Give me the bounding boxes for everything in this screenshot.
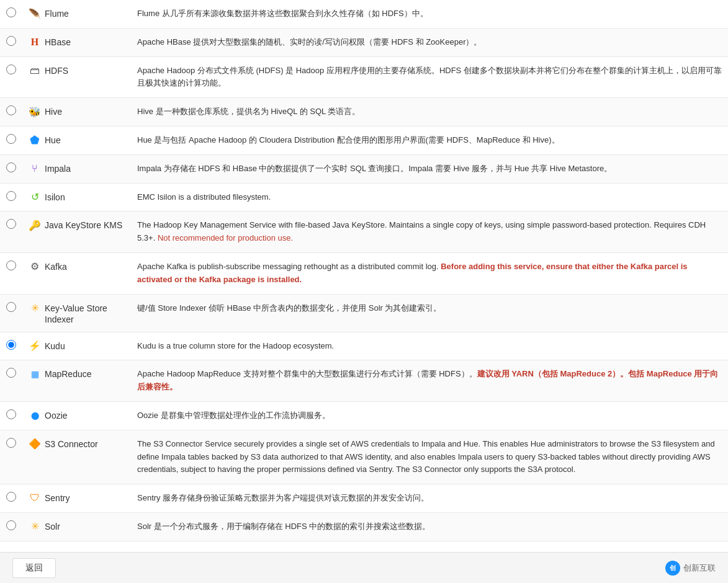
service-label-mapreduce: MapReduce bbox=[45, 369, 92, 379]
service-icon-mapreduce: ▦ bbox=[29, 368, 41, 380]
service-name-s3-connector: 🔶S3 Connector bbox=[29, 438, 125, 450]
service-icon-impala: ⑂ bbox=[29, 162, 41, 175]
table-row: 🛡SentrySentry 服务存储身份验证策略元数据并为客户端提供对该元数据的… bbox=[0, 484, 728, 513]
page-container: 🪶FlumeFlume 从几乎所有来源收集数据并将这些数据聚合到永久性存储（如 … bbox=[0, 0, 728, 583]
service-label-isilon: Isilon bbox=[45, 192, 65, 202]
service-label-flume: Flume bbox=[45, 9, 69, 19]
service-name-solr: ✳Solr bbox=[29, 520, 125, 533]
service-icon-hive: 🐝 bbox=[29, 105, 41, 118]
service-desc-hbase: Apache HBase 提供对大型数据集的随机、实时的读/写访问权限（需要 H… bbox=[137, 36, 722, 49]
service-label-impala: Impala bbox=[45, 164, 71, 174]
table-row: 🔶S3 ConnectorThe S3 Connector Service se… bbox=[0, 430, 728, 484]
service-radio-key-value-store-indexer[interactable] bbox=[6, 302, 16, 312]
service-radio-kudu[interactable] bbox=[6, 340, 16, 350]
service-icon-java-keystore-kms: 🔑 bbox=[29, 219, 41, 231]
table-row: 🗃HDFSApache Hadoop 分布式文件系统 (HDFS) 是 Hado… bbox=[0, 56, 728, 98]
table-row: HHBaseApache HBase 提供对大型数据集的随机、实时的读/写访问权… bbox=[0, 28, 728, 56]
service-icon-isilon: ↺ bbox=[29, 191, 41, 203]
service-desc-kafka: Apache Kafka is publish-subscribe messag… bbox=[137, 260, 722, 287]
table-row: 🐝HiveHive 是一种数据仓库系统，提供名为 HiveQL 的 SQL 类语… bbox=[0, 98, 728, 127]
service-name-key-value-store-indexer: ✳Key-Value Store bbox=[29, 302, 125, 314]
brand-name: 创新互联 bbox=[683, 563, 716, 574]
service-label-oozie: Oozie bbox=[45, 411, 68, 421]
service-name-isilon: ↺Isilon bbox=[29, 191, 125, 203]
service-name-hbase: HHBase bbox=[29, 36, 125, 48]
service-label-hue: Hue bbox=[45, 135, 61, 145]
service-icon-sentry: 🛡 bbox=[29, 492, 41, 504]
main-content: 🪶FlumeFlume 从几乎所有来源收集数据并将这些数据聚合到永久性存储（如 … bbox=[0, 0, 728, 579]
service-label-hdfs: HDFS bbox=[45, 66, 68, 76]
service-desc-key-value-store-indexer: 键/值 Store Indexer 侦听 HBase 中所含表内的数据变化，并使… bbox=[137, 302, 722, 315]
service-name-kafka: ⚙Kafka bbox=[29, 260, 125, 273]
service-desc-impala: Impala 为存储在 HDFS 和 HBase 中的数据提供了一个实时 SQL… bbox=[137, 162, 722, 176]
service-desc-hdfs: Apache Hadoop 分布式文件系统 (HDFS) 是 Hadoop 应用… bbox=[137, 65, 722, 91]
service-label-kudu: Kudu bbox=[45, 341, 65, 351]
service-desc-flume: Flume 从几乎所有来源收集数据并将这些数据聚合到永久性存储（如 HDFS）中… bbox=[137, 7, 722, 20]
service-icon-key-value-store-indexer: ✳ bbox=[29, 302, 41, 314]
service-highlight-mapreduce: 建议改用 YARN（包括 MapReduce 2）。包括 MapReduce 用… bbox=[137, 369, 718, 391]
service-radio-solr[interactable] bbox=[6, 520, 16, 530]
table-row: ⚙KafkaApache Kafka is publish-subscribe … bbox=[0, 252, 728, 294]
service-icon-s3-connector: 🔶 bbox=[29, 438, 41, 450]
service-desc-oozie: Oozie 是群集中管理数据处理作业的工作流协调服务。 bbox=[137, 409, 722, 422]
service-name-flume: 🪶Flume bbox=[29, 7, 125, 20]
table-row: 🔑Java KeyStore KMSThe Hadoop Key Managem… bbox=[0, 211, 728, 253]
table-row: ✳Key-Value StoreIndexer键/值 Store Indexer… bbox=[0, 294, 728, 332]
service-label-sentry: Sentry bbox=[45, 493, 70, 503]
service-name-kudu: ⚡Kudu bbox=[29, 340, 125, 352]
table-row: ↺IsilonEMC Isilon is a distributed files… bbox=[0, 183, 728, 211]
service-table: 🪶FlumeFlume 从几乎所有来源收集数据并将这些数据聚合到永久性存储（如 … bbox=[0, 0, 728, 541]
service-icon-kafka: ⚙ bbox=[29, 260, 41, 273]
footer-bar: 返回 创 创新互联 bbox=[0, 552, 728, 583]
service-label-kafka: Kafka bbox=[45, 262, 67, 272]
table-row: ⬟HueHue 是与包括 Apache Hadoop 的 Cloudera Di… bbox=[0, 126, 728, 154]
service-icon-flume: 🪶 bbox=[29, 7, 41, 20]
service-name-java-keystore-kms: 🔑Java KeyStore KMS bbox=[29, 219, 125, 231]
service-desc-s3-connector: The S3 Connector Service securely provid… bbox=[137, 438, 722, 476]
service-desc-kudu: Kudu is a true column store for the Hado… bbox=[137, 340, 722, 353]
service-name-hdfs: 🗃HDFS bbox=[29, 65, 125, 77]
service-radio-mapreduce[interactable] bbox=[6, 368, 16, 378]
service-label-key-value-store-indexer: Key-Value Store bbox=[45, 303, 107, 313]
service-icon-oozie: ⬤ bbox=[29, 409, 41, 422]
service-name-sentry: 🛡Sentry bbox=[29, 492, 125, 504]
service-radio-hbase[interactable] bbox=[6, 36, 16, 46]
service-name-oozie: ⬤Oozie bbox=[29, 409, 125, 422]
service-highlight-kafka: Before adding this service, ensure that … bbox=[137, 262, 688, 284]
service-radio-hive[interactable] bbox=[6, 105, 16, 115]
service-desc-isilon: EMC Isilon is a distributed filesystem. bbox=[137, 191, 722, 204]
service-radio-sentry[interactable] bbox=[6, 492, 16, 502]
back-button[interactable]: 返回 bbox=[12, 558, 56, 578]
table-row: ✳SolrSolr 是一个分布式服务，用于编制存储在 HDFS 中的数据的索引并… bbox=[0, 512, 728, 541]
service-label-hbase: HBase bbox=[45, 37, 71, 47]
table-row: 🪶FlumeFlume 从几乎所有来源收集数据并将这些数据聚合到永久性存储（如 … bbox=[0, 0, 728, 28]
service-name-hue: ⬟Hue bbox=[29, 134, 125, 146]
table-row: ⚡KuduKudu is a true column store for the… bbox=[0, 332, 728, 360]
service-radio-hue[interactable] bbox=[6, 134, 16, 144]
brand-icon: 创 bbox=[665, 561, 680, 576]
service-name-mapreduce: ▦MapReduce bbox=[29, 368, 125, 380]
service-icon-hue: ⬟ bbox=[29, 134, 41, 146]
service-radio-flume[interactable] bbox=[6, 7, 16, 17]
table-row: ⑂ImpalaImpala 为存储在 HDFS 和 HBase 中的数据提供了一… bbox=[0, 154, 728, 183]
service-radio-s3-connector[interactable] bbox=[6, 438, 16, 448]
service-radio-kafka[interactable] bbox=[6, 260, 16, 270]
service-name-hive: 🐝Hive bbox=[29, 105, 125, 118]
service-radio-isilon[interactable] bbox=[6, 191, 16, 201]
service-icon-hdfs: 🗃 bbox=[29, 65, 41, 77]
service-label-hive: Hive bbox=[45, 107, 62, 117]
table-row: ▦MapReduceApache Hadoop MapReduce 支持对整个群… bbox=[0, 360, 728, 402]
service-icon-kudu: ⚡ bbox=[29, 340, 41, 352]
service-desc-solr: Solr 是一个分布式服务，用于编制存储在 HDFS 中的数据的索引并搜索这些数… bbox=[137, 520, 722, 533]
table-row: ⬤OozieOozie 是群集中管理数据处理作业的工作流协调服务。 bbox=[0, 401, 728, 430]
brand-logo: 创 创新互联 bbox=[665, 561, 716, 576]
service-desc-mapreduce: Apache Hadoop MapReduce 支持对整个群集中的大型数据集进行… bbox=[137, 368, 722, 394]
service-radio-oozie[interactable] bbox=[6, 409, 16, 419]
service-radio-java-keystore-kms[interactable] bbox=[6, 219, 16, 229]
service-desc-hue: Hue 是与包括 Apache Hadoop 的 Cloudera Distri… bbox=[137, 134, 722, 147]
service-icon-solr: ✳ bbox=[29, 520, 41, 533]
service-desc-hive: Hive 是一种数据仓库系统，提供名为 HiveQL 的 SQL 类语言。 bbox=[137, 105, 722, 118]
service-radio-hdfs[interactable] bbox=[6, 65, 16, 74]
service-radio-impala[interactable] bbox=[6, 162, 16, 172]
service-desc-sentry: Sentry 服务存储身份验证策略元数据并为客户端提供对该元数据的并发安全访问。 bbox=[137, 492, 722, 505]
